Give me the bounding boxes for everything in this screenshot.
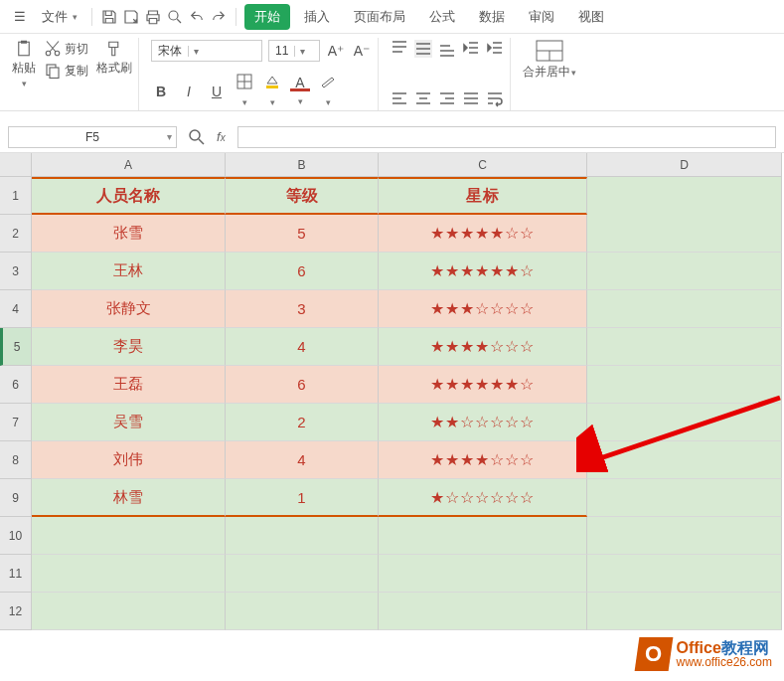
tab-start[interactable]: 开始 [244,4,290,30]
cell[interactable] [379,555,587,593]
cell-name[interactable]: 张静文 [32,290,226,328]
copy-button[interactable]: 复制 [44,62,88,80]
align-justify-icon[interactable] [462,90,480,108]
cell-level[interactable]: 1 [226,479,379,517]
row-header[interactable]: 1 [0,177,32,215]
row-header-selected[interactable]: 5 [0,328,32,366]
cell[interactable] [379,517,587,555]
tab-page-layout[interactable]: 页面布局 [344,4,415,30]
row-header[interactable]: 4 [0,290,32,328]
row-header[interactable]: 3 [0,253,32,290]
formula-input[interactable] [237,126,776,148]
cell[interactable] [226,593,379,630]
row-header[interactable]: 2 [0,215,32,253]
cell-stars[interactable]: ★★★★★★☆ [379,253,587,290]
tab-insert[interactable]: 插入 [294,4,340,30]
cell-stars[interactable]: ★★★★★☆☆ [379,215,587,253]
cell-stars[interactable]: ★★☆☆☆☆☆ [379,404,587,441]
tab-data[interactable]: 数据 [469,4,515,30]
row-header[interactable]: 6 [0,366,32,404]
cell[interactable] [587,517,782,555]
cell[interactable] [32,593,226,630]
cell[interactable] [587,366,782,404]
cell-name[interactable]: 刘伟 [32,441,226,479]
cell-name[interactable]: 吴雪 [32,404,226,441]
col-header-C[interactable]: C [379,153,587,177]
underline-button[interactable]: U [207,84,227,99]
cell-level[interactable]: 3 [226,290,379,328]
row-header[interactable]: 7 [0,404,32,441]
cell[interactable] [587,328,782,366]
cell[interactable] [32,517,226,555]
header-name[interactable]: 人员名称 [32,177,226,215]
cell-stars[interactable]: ★★★★☆☆☆ [379,328,587,366]
row-header[interactable]: 11 [0,555,32,593]
select-all-corner[interactable] [0,153,32,177]
cell[interactable] [226,555,379,593]
fx-icon[interactable]: fx [217,129,226,144]
align-bottom-icon[interactable] [438,40,456,58]
tab-formula[interactable]: 公式 [419,4,465,30]
cell-stars[interactable]: ★★★★☆☆☆ [379,441,587,479]
cell[interactable] [587,441,782,479]
cell-stars[interactable]: ★★★☆☆☆☆ [379,290,587,328]
file-menu[interactable]: 文件 ▾ [36,6,83,28]
col-header-D[interactable]: D [587,153,782,177]
clear-format-button[interactable]: ▾ [318,74,338,108]
save-as-icon[interactable] [122,8,140,26]
cell[interactable] [587,177,782,215]
cell[interactable] [32,555,226,593]
indent-increase-icon[interactable] [486,40,504,58]
col-header-B[interactable]: B [226,153,379,177]
header-level[interactable]: 等级 [226,177,379,215]
indent-decrease-icon[interactable] [462,40,480,58]
italic-button[interactable]: I [179,84,199,99]
zoom-icon[interactable] [189,129,205,145]
cell-level[interactable]: 4 [226,328,379,366]
cell-name[interactable]: 林雪 [32,479,226,517]
cell-name[interactable]: 李昊 [32,328,226,366]
redo-icon[interactable] [210,8,228,26]
cell-level[interactable]: 2 [226,404,379,441]
font-family-combo[interactable]: 宋体▾ [151,40,262,62]
save-icon[interactable] [100,8,118,26]
bold-button[interactable]: B [151,84,171,99]
align-left-icon[interactable] [391,90,408,108]
row-header[interactable]: 10 [0,517,32,555]
fill-color-button[interactable]: ▾ [262,74,282,108]
col-header-A[interactable]: A [32,153,226,177]
wrap-text-icon[interactable] [486,90,504,108]
cell-name[interactable]: 王磊 [32,366,226,404]
align-right-icon[interactable] [438,90,456,108]
row-header[interactable]: 8 [0,441,32,479]
tab-view[interactable]: 视图 [568,4,614,30]
header-stars[interactable]: 星标 [379,177,587,215]
cell-stars[interactable]: ★☆☆☆☆☆☆ [379,479,587,517]
cell-name[interactable]: 张雪 [32,215,226,253]
print-preview-icon[interactable] [166,8,184,26]
align-center-icon[interactable] [414,90,432,108]
cell-level[interactable]: 6 [226,366,379,404]
row-header[interactable]: 9 [0,479,32,517]
cell[interactable] [587,555,782,593]
cell-level[interactable]: 5 [226,215,379,253]
decrease-font-button[interactable]: A⁻ [352,43,372,59]
cell-name[interactable]: 王林 [32,253,226,290]
format-painter-button[interactable]: 格式刷 [96,40,132,88]
paste-button[interactable]: 粘贴▾ [12,40,36,88]
cell[interactable] [587,290,782,328]
cell[interactable] [226,517,379,555]
align-middle-icon[interactable] [414,40,432,58]
font-size-combo[interactable]: 11▾ [268,40,320,62]
hamburger-icon[interactable]: ☰ [8,7,32,26]
cell[interactable] [587,593,782,630]
cell-stars[interactable]: ★★★★★★☆ [379,366,587,404]
cell[interactable] [587,253,782,290]
cell-level[interactable]: 4 [226,441,379,479]
undo-icon[interactable] [188,8,206,26]
merge-center-button[interactable]: 合并居中▾ [523,40,576,81]
cell[interactable] [587,404,782,441]
increase-font-button[interactable]: A⁺ [326,43,346,59]
name-box[interactable]: F5▾ [8,126,177,148]
print-icon[interactable] [144,8,162,26]
